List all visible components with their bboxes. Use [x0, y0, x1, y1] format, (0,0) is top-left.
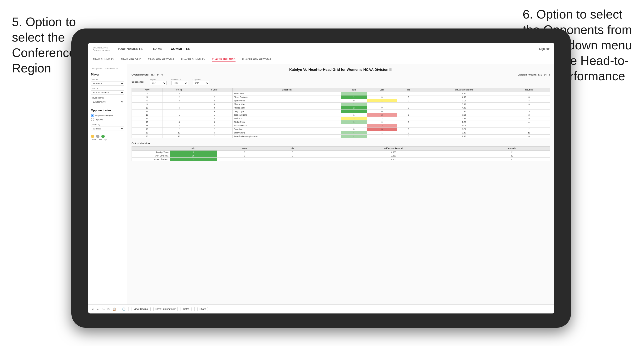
col-diff: Diff Av Strokes/Rnd [420, 88, 508, 92]
ood-col-rounds: Rounds [474, 147, 550, 151]
ood-col-win: Win [170, 147, 217, 151]
col-win: Win [341, 88, 367, 92]
division-select[interactable]: NCAA Division III [91, 90, 124, 95]
clock-icon[interactable]: 🕐 [122, 308, 126, 311]
undo-icon[interactable]: ↩ [92, 308, 94, 311]
ood-table: Win Loss Tie Diff Av Strokes/Rnd Rounds … [132, 146, 550, 161]
watch-btn[interactable]: Watch [180, 307, 192, 311]
table-row: 20117Federica Domecq Lacroze2101.336 [132, 135, 550, 138]
ood-col-tie: Tie [272, 147, 313, 151]
paste-icon[interactable]: 📋 [112, 308, 116, 311]
ood-col-diff: Diff Av Strokes/Rnd [313, 147, 474, 151]
col-tie: Tie [397, 88, 420, 92]
opponent-filter-select[interactable]: (All) [193, 81, 209, 85]
radio-opponents-played[interactable]: Opponents Played [91, 114, 124, 117]
tablet-screen: SCOREBOARD Powered by clippd TOURNAMENTS… [88, 43, 554, 314]
subnav-team-h2h-grid[interactable]: TEAM H2H GRID [121, 57, 141, 61]
opponent-view-group: Opponents Played Top 100 [91, 114, 124, 121]
app-logo: SCOREBOARD Powered by clippd [93, 46, 110, 51]
ood-table-row: Foreign Team1004.5002 [132, 151, 550, 154]
sub-nav: TEAM SUMMARY TEAM H2H GRID TEAM H2H HEAT… [88, 55, 554, 64]
region-label: Region [150, 78, 166, 80]
division-label: Division [91, 87, 124, 90]
subnav-player-h2h-grid[interactable]: PLAYER H2H GRID [212, 57, 236, 61]
conference-label: Conference [171, 78, 188, 80]
toolbar-sep2 [128, 307, 129, 311]
colour-dot-up [101, 135, 105, 138]
col-opponent: Opponent [232, 88, 341, 92]
table-row: 19106Emily Chang4100.3011 [132, 131, 550, 135]
conference-filter-select[interactable]: (All) [171, 81, 188, 85]
colour-dot-level [96, 135, 100, 138]
region-filter-group: Region (All) [150, 78, 166, 85]
col-rounds: Rounds [508, 88, 550, 92]
nav-committee[interactable]: COMMITTEE [171, 46, 190, 51]
opponent-view-title: Opponent view [91, 109, 124, 112]
opponent-filter-group: Opponent (All) [193, 78, 209, 85]
ood-col-loss: Loss [217, 147, 272, 151]
col-loss: Loss [367, 88, 397, 92]
colour-legend [91, 135, 124, 138]
colour-label-up: Up [104, 139, 106, 141]
subnav-player-h2h-heatmap[interactable]: PLAYER H2H HEATMAP [242, 57, 272, 61]
ood-title: Out of division [132, 142, 550, 145]
ood-col-name [132, 147, 170, 151]
colour-labels: Down Level Up [91, 139, 124, 141]
radio-top100[interactable]: Top 100 [91, 118, 124, 121]
col-reg: # Reg [162, 88, 196, 92]
main-content: Last Updated: 27/03/2024 08:44 Player Ge… [88, 64, 554, 314]
table-row: 1636Jessica Mason120-0.947 [132, 124, 550, 128]
table-row: 1474Eunice Yi2200.389 [132, 117, 550, 120]
table-row: 1063Andrea York2004.004 [132, 106, 550, 110]
subnav-player-summary[interactable]: PLAYER SUMMARY [181, 57, 205, 61]
colour-dot-down [91, 135, 94, 138]
table-row: 522Alexis Sudjianto1004.003 [132, 95, 550, 99]
ood-table-row: NCAA Division 25007.40010 [132, 158, 550, 161]
table-row: 1311Jessica Huang120-3.002 [132, 113, 550, 117]
last-updated: Last Updated: 27/03/2024 08:44 [91, 67, 124, 70]
records-row: Overall Record: 353 - 34 - 6 Division Re… [132, 73, 550, 76]
table-row: 633Sydney Kuo010-1.003 [132, 99, 550, 103]
save-custom-view-btn[interactable]: Save Custom View [154, 307, 178, 311]
opponent-label: Opponent [193, 78, 209, 80]
player-rank-label: Player (Rank) [91, 97, 124, 99]
colour-label-level: Level [98, 139, 102, 141]
opponents-filter-label: Opponents: [132, 81, 144, 83]
subnav-team-h2h-heatmap[interactable]: TEAM H2H HEATMAP [148, 57, 174, 61]
toolbar-sep3 [194, 307, 194, 311]
table-row: 1822Euna Lee030-5.002 [132, 128, 550, 131]
colour-label-down: Down [91, 139, 96, 141]
share-btn[interactable]: Share [198, 307, 208, 311]
h2h-table: # Div # Reg # Conf Opponent Win Loss Tie… [132, 88, 550, 138]
table-row: 1125Heejo Hyun1003.333 [132, 110, 550, 113]
table-row: 1585Stella Cheng1001.254 [132, 120, 550, 124]
region-filter-select[interactable]: (All) [150, 81, 166, 85]
undo2-icon[interactable]: ↩ [97, 308, 100, 311]
copy-icon[interactable]: ⧉ [108, 308, 110, 311]
gender-label: Gender [91, 78, 124, 80]
left-panel: Last Updated: 27/03/2024 08:44 Player Ge… [88, 64, 127, 314]
division-record: Division Record: 331 - 34 - 6 [518, 73, 550, 76]
colour-by-label: Colour by [91, 124, 124, 126]
col-conf: # Conf [196, 88, 232, 92]
tablet-frame: SCOREBOARD Powered by clippd TOURNAMENTS… [71, 28, 571, 328]
redo-icon[interactable]: ↪ [102, 308, 105, 311]
bottom-toolbar: ↩ ↩ ↪ ⧉ 📋 🕐 View: Original Save Custom V… [88, 305, 554, 314]
view-original-btn[interactable]: View: Original [132, 307, 150, 311]
page-title: Katelyn Vo Head-to-Head Grid for Women's… [132, 67, 550, 71]
app-nav: SCOREBOARD Powered by clippd TOURNAMENTS… [88, 43, 554, 55]
gender-select[interactable]: Women's [91, 81, 124, 85]
toolbar-sep1 [119, 307, 119, 311]
panel-player-title: Player [91, 73, 124, 76]
nav-tournaments[interactable]: TOURNAMENTS [118, 46, 143, 51]
conference-filter-group: Conference (All) [171, 78, 188, 85]
logo-text: SCOREBOARD [93, 46, 110, 49]
subnav-team-summary[interactable]: TEAM SUMMARY [93, 57, 114, 61]
nav-items: TOURNAMENTS TEAMS COMMITTEE [118, 46, 538, 51]
colour-by-select[interactable]: Win/loss [91, 127, 124, 131]
sign-out-link[interactable]: | Sign out [538, 47, 550, 51]
player-rank-select[interactable]: 8. Katelyn Vo [91, 100, 124, 104]
col-div: # Div [132, 88, 162, 92]
page-header: Katelyn Vo Head-to-Head Grid for Women's… [132, 67, 550, 71]
nav-teams[interactable]: TEAMS [151, 46, 162, 51]
